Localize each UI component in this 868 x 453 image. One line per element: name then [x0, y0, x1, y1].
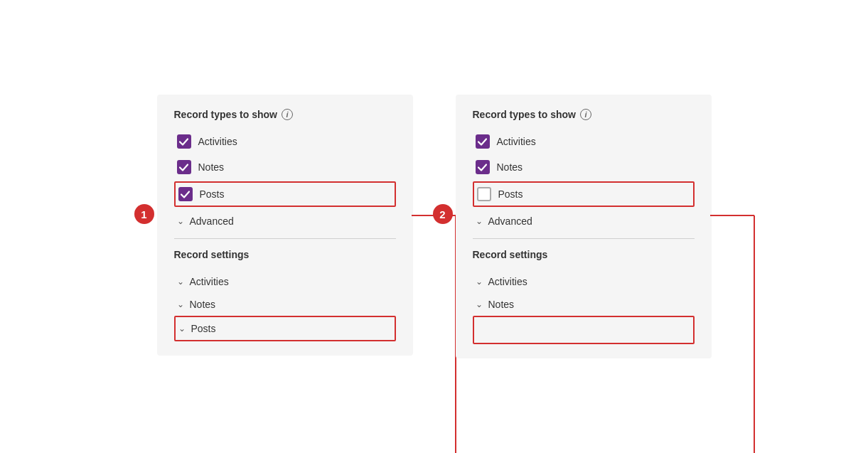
panel1-rs-notes[interactable]: ⌄ Notes	[174, 293, 396, 316]
panel1-activities-checkbox[interactable]	[177, 134, 191, 149]
panel2-rs-notes-label: Notes	[488, 299, 515, 310]
panel1-notes-label: Notes	[198, 161, 225, 173]
panel2-wrapper: 2 Record types to show i Activities	[456, 95, 712, 358]
panel2-advanced-label: Advanced	[488, 215, 532, 227]
panel1-record-settings-title: Record settings	[174, 249, 396, 260]
panel2-record-settings-title: Record settings	[473, 249, 695, 260]
panel2-posts-checkbox[interactable]	[477, 187, 491, 201]
panel1-advanced-row[interactable]: ⌄ Advanced	[174, 210, 396, 233]
panel2-divider	[473, 238, 695, 239]
panel1-divider	[174, 238, 396, 239]
panel1-rs-notes-chevron: ⌄	[177, 299, 184, 309]
panel2-advanced-chevron: ⌄	[476, 216, 483, 226]
panel2-notes-row[interactable]: Notes	[473, 156, 695, 178]
panel1-posts-row[interactable]: Posts	[174, 181, 396, 207]
panel2-info-icon[interactable]: i	[580, 109, 591, 120]
panel1-info-icon[interactable]: i	[282, 109, 293, 120]
panel2-rs-posts-empty	[473, 316, 695, 344]
panel2-rs-activities[interactable]: ⌄ Activities	[473, 270, 695, 293]
panel2-posts-row[interactable]: Posts	[473, 181, 695, 207]
panel2-rs-activities-chevron: ⌄	[476, 277, 483, 287]
panel1-section-title-text: Record types to show	[174, 109, 277, 120]
panel1-rs-activities[interactable]: ⌄ Activities	[174, 270, 396, 293]
main-container: 1 Record types to show i Activities	[129, 73, 740, 380]
panel2-notes-label: Notes	[497, 161, 523, 173]
panel1-rs-notes-label: Notes	[190, 299, 216, 310]
panel1-advanced-chevron: ⌄	[177, 216, 184, 226]
panel2-rs-notes-chevron: ⌄	[476, 299, 483, 309]
panel1-activities-label: Activities	[198, 136, 237, 147]
panel2-activities-checkbox[interactable]	[476, 134, 490, 149]
panel1-posts-label: Posts	[200, 188, 225, 200]
panel1-notes-checkbox[interactable]	[177, 160, 191, 174]
panel2-advanced-row[interactable]: ⌄ Advanced	[473, 210, 695, 233]
panel2-activities-row[interactable]: Activities	[473, 130, 695, 153]
panel1-posts-checkbox[interactable]	[178, 187, 193, 201]
panel2-posts-label: Posts	[498, 188, 523, 200]
panel1-rs-posts-chevron: ⌄	[178, 324, 186, 334]
panel2-section-title: Record types to show i	[473, 109, 695, 120]
panel1-rs-posts-label: Posts	[191, 323, 216, 334]
panel1-activities-row[interactable]: Activities	[174, 130, 396, 153]
panel2-notes-checkbox[interactable]	[476, 160, 490, 174]
panel-1: Record types to show i Activities	[157, 95, 413, 356]
panel1-section-title: Record types to show i	[174, 109, 396, 120]
panel2-section-title-text: Record types to show	[473, 109, 576, 120]
panel1-rs-activities-label: Activities	[190, 276, 229, 287]
badge-label-1: 1	[134, 204, 154, 224]
panel2-rs-notes[interactable]: ⌄ Notes	[473, 293, 695, 316]
panel-2: Record types to show i Activities	[456, 95, 712, 358]
badge-label-2: 2	[433, 204, 453, 224]
panel1-notes-row[interactable]: Notes	[174, 156, 396, 178]
panel1-rs-activities-chevron: ⌄	[177, 277, 184, 287]
panel2-activities-label: Activities	[497, 136, 536, 147]
panel1-advanced-label: Advanced	[190, 215, 234, 227]
panel1-wrapper: 1 Record types to show i Activities	[157, 95, 413, 356]
panel1-rs-posts[interactable]: ⌄ Posts	[174, 316, 396, 341]
panel2-rs-activities-label: Activities	[488, 276, 527, 287]
